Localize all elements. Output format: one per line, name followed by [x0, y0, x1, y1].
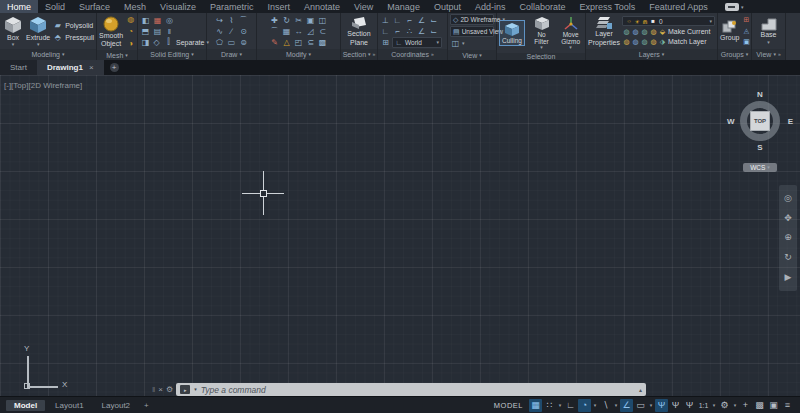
viewcube-west-label[interactable]: W	[727, 117, 735, 126]
tab-insert[interactable]: Insert	[260, 0, 297, 13]
rotate-icon[interactable]: ↻	[281, 15, 292, 26]
ucs-previous-icon[interactable]: ∟	[392, 15, 403, 26]
panel-label-selection[interactable]: Selection	[497, 53, 585, 60]
ucs-icon[interactable]: ⊥	[380, 15, 391, 26]
group-button[interactable]: Group	[720, 19, 739, 42]
explode-icon[interactable]: △	[281, 37, 292, 48]
named-view-combo[interactable]: ▤ Unsaved View ▾	[450, 26, 494, 37]
separate-button[interactable]: ⫿ Separate ▾	[163, 37, 209, 48]
ucs-combo[interactable]: ∟ World ▾	[392, 37, 442, 48]
customization-menu-icon[interactable]: ≡	[781, 399, 794, 412]
panel-label-coordinates[interactable]: Coordinates»	[378, 49, 447, 60]
visual-style-combo[interactable]: ◇ 2D Wireframe ▾	[450, 14, 494, 25]
culling-button[interactable]: Culling	[499, 20, 525, 46]
extract-edges-icon[interactable]: ◨	[140, 37, 151, 48]
panel-label-section[interactable]: Section▾»	[341, 49, 377, 60]
layer-off-icon[interactable]: ◍	[622, 27, 631, 36]
tab-manage[interactable]: Manage	[380, 0, 427, 13]
layer-combo[interactable]: ☼☀⋒■ 0 ▾	[622, 16, 715, 26]
osnap-caret[interactable]: ▾	[648, 399, 654, 412]
make-current-button[interactable]: Make Current	[668, 28, 710, 35]
array-options-icon[interactable]: ▩	[317, 37, 328, 48]
tab-visualize[interactable]: Visualize	[153, 0, 203, 13]
array-icon[interactable]: ▦	[281, 26, 292, 37]
make-current-icon[interactable]: ⬙	[658, 27, 667, 36]
tab-express-tools[interactable]: Express Tools	[572, 0, 642, 13]
line-icon[interactable]: ∕	[226, 26, 237, 37]
spline-icon[interactable]: ∿	[214, 26, 225, 37]
tab-home[interactable]: Home	[0, 0, 38, 13]
tab-annotate[interactable]: Annotate	[297, 0, 347, 13]
navigation-wheel-icon[interactable]: ◎	[784, 194, 792, 203]
ucs-view-icon[interactable]: ⌙	[428, 15, 439, 26]
panel-label-groups[interactable]: Groups▾	[718, 49, 751, 60]
polar-tracking-icon[interactable]: ◔	[578, 399, 591, 412]
ucs-x-icon[interactable]: ∠	[416, 26, 427, 37]
ucs-3point-icon[interactable]: ∴	[404, 26, 415, 37]
stretch-icon[interactable]: ↔	[293, 26, 304, 37]
revision-cloud-icon[interactable]: ↪	[214, 15, 225, 26]
ribbon-minimize-button[interactable]: ▾	[725, 3, 744, 11]
isodraft-icon[interactable]: ∖	[599, 399, 612, 412]
pan-icon[interactable]: ✥	[784, 214, 792, 223]
workspace-gear-icon[interactable]: ⚙	[718, 399, 731, 412]
ucs-object-icon[interactable]: ∠	[416, 15, 427, 26]
close-tab-icon[interactable]: ×	[89, 63, 94, 72]
ucs-origin-icon[interactable]: ∟	[380, 26, 391, 37]
panel-label-mesh[interactable]: Mesh▾	[97, 50, 137, 60]
section-plane-button[interactable]: Section Plane	[347, 15, 370, 46]
command-close-icon[interactable]: ×	[158, 385, 163, 394]
layer-freeze-icon[interactable]: ◍	[640, 27, 649, 36]
viewcube-east-label[interactable]: E	[788, 117, 793, 126]
copy-icon[interactable]: ▣	[305, 15, 316, 26]
ellipse-icon[interactable]: ⊜	[238, 37, 249, 48]
presspull-button[interactable]: ⬘ Presspull	[52, 32, 94, 43]
arc-icon[interactable]: ⌒	[238, 15, 249, 26]
workspace-caret[interactable]: ▾	[732, 399, 738, 412]
layer-unlock-all-icon[interactable]: ◍	[649, 37, 658, 46]
command-input[interactable]: ▸ ▾ Type a command ▴	[176, 383, 646, 396]
layer-lock-icon[interactable]: ◍	[649, 27, 658, 36]
tab-featured-apps[interactable]: Featured Apps	[642, 0, 715, 13]
tab-surface[interactable]: Surface	[72, 0, 117, 13]
isodraft-caret[interactable]: ▾	[613, 399, 619, 412]
annotation-autoscale-icon[interactable]: Ψ	[669, 399, 682, 412]
box-button[interactable]: Box ▾	[2, 15, 24, 47]
viewport-config-icon[interactable]: ◫	[450, 38, 461, 49]
viewport-controls-label[interactable]: [-][Top][2D Wireframe]	[4, 81, 82, 90]
panel-label-layers[interactable]: Layers▾	[586, 49, 717, 60]
graphics-performance-icon[interactable]: ▣	[767, 399, 780, 412]
tab-mesh[interactable]: Mesh	[117, 0, 153, 13]
thicken-icon[interactable]: ▤	[152, 26, 163, 37]
file-tab-drawing1[interactable]: Drawing1 ×	[37, 60, 104, 75]
no-filter-button[interactable]: No Filter ▾	[527, 14, 556, 52]
polygon-icon[interactable]: ⬠	[214, 37, 225, 48]
group-selection-icon[interactable]: ▣	[741, 37, 751, 47]
ungroup-icon[interactable]: ⊞	[741, 15, 751, 25]
wcs-dropdown[interactable]: WCS▾	[743, 163, 777, 172]
polar-caret[interactable]: ▾	[592, 399, 598, 412]
tab-addins[interactable]: Add-ins	[468, 0, 513, 13]
slice-icon[interactable]: ⬒	[140, 26, 151, 37]
layer-isolate-icon[interactable]: ◍	[631, 27, 640, 36]
zoom-extents-icon[interactable]: ⊕	[784, 233, 792, 242]
layer-thaw-all-icon[interactable]: ◍	[640, 37, 649, 46]
tab-solid[interactable]: Solid	[38, 0, 72, 13]
annotation-scale-value[interactable]: 1:1	[697, 399, 710, 412]
circle-icon[interactable]: ⊙	[238, 26, 249, 37]
polyline-icon[interactable]: ⌇	[226, 15, 237, 26]
new-tab-button[interactable]: +	[110, 63, 119, 72]
union-icon[interactable]: ◧	[140, 15, 151, 26]
command-grip-icon[interactable]: ‖	[152, 385, 155, 394]
annotation-visibility-icon[interactable]: Ψ	[655, 399, 668, 412]
move-icon[interactable]: ✚	[269, 15, 280, 26]
polysolid-button[interactable]: ▰ Polysolid	[52, 20, 94, 31]
model-tab[interactable]: Model	[6, 400, 45, 411]
tab-parametric[interactable]: Parametric	[203, 0, 261, 13]
move-gizmo-button[interactable]: Move Gizmo ▾	[558, 14, 583, 52]
refine-mesh-icon[interactable]: ◑	[125, 38, 136, 49]
customization-plus-icon[interactable]: +	[739, 399, 752, 412]
match-layer-button[interactable]: Match Layer	[668, 38, 707, 45]
erase-icon[interactable]: ✎	[269, 37, 280, 48]
smooth-object-button[interactable]: Smooth Object	[99, 15, 123, 48]
